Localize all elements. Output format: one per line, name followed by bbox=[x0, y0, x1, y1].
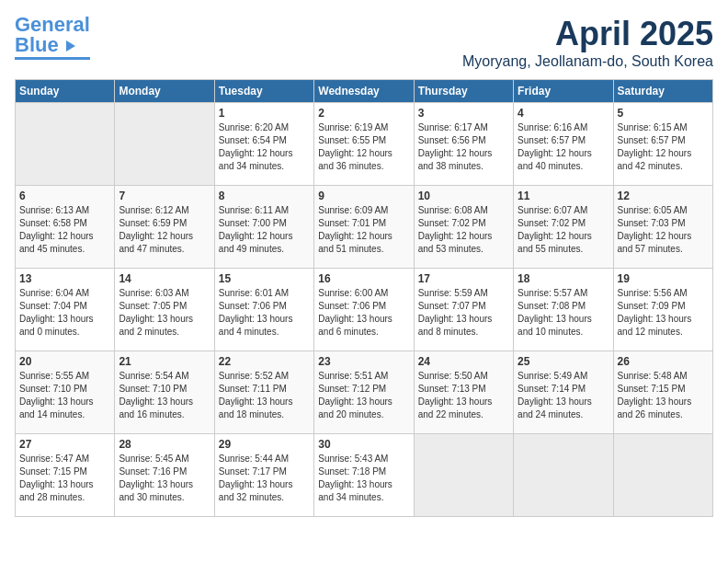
week-row-1: 6Sunrise: 6:13 AM Sunset: 6:58 PM Daylig… bbox=[16, 186, 713, 269]
calendar-cell: 12Sunrise: 6:05 AM Sunset: 7:03 PM Dayli… bbox=[613, 186, 712, 269]
day-info: Sunrise: 6:01 AM Sunset: 7:06 PM Dayligh… bbox=[219, 287, 310, 339]
day-info: Sunrise: 5:48 AM Sunset: 7:15 PM Dayligh… bbox=[618, 370, 709, 421]
week-row-2: 13Sunrise: 6:04 AM Sunset: 7:04 PM Dayli… bbox=[16, 269, 713, 351]
day-number: 23 bbox=[318, 355, 409, 368]
day-info: Sunrise: 5:56 AM Sunset: 7:09 PM Dayligh… bbox=[618, 287, 709, 339]
day-number: 6 bbox=[19, 190, 110, 202]
day-info: Sunrise: 6:17 AM Sunset: 6:56 PM Dayligh… bbox=[418, 121, 509, 173]
logo-underline bbox=[15, 57, 90, 60]
weekday-tuesday: Tuesday bbox=[214, 80, 313, 103]
day-number: 15 bbox=[219, 272, 310, 285]
day-info: Sunrise: 5:59 AM Sunset: 7:07 PM Dayligh… bbox=[418, 287, 509, 339]
day-info: Sunrise: 5:51 AM Sunset: 7:12 PM Dayligh… bbox=[318, 370, 409, 421]
weekday-friday: Friday bbox=[514, 80, 613, 103]
day-number: 21 bbox=[119, 355, 210, 368]
calendar-cell: 15Sunrise: 6:01 AM Sunset: 7:06 PM Dayli… bbox=[214, 269, 313, 351]
calendar-cell: 30Sunrise: 5:43 AM Sunset: 7:18 PM Dayli… bbox=[314, 434, 414, 517]
page-header: General Blue April 2025 Myoryang, Jeolla… bbox=[15, 15, 713, 70]
calendar-cell: 6Sunrise: 6:13 AM Sunset: 6:58 PM Daylig… bbox=[16, 186, 115, 269]
day-number: 12 bbox=[618, 190, 709, 202]
day-info: Sunrise: 5:47 AM Sunset: 7:15 PM Dayligh… bbox=[19, 453, 110, 504]
calendar-cell: 17Sunrise: 5:59 AM Sunset: 7:07 PM Dayli… bbox=[414, 269, 513, 351]
calendar-cell: 1Sunrise: 6:20 AM Sunset: 6:54 PM Daylig… bbox=[214, 103, 313, 186]
calendar-cell bbox=[514, 434, 613, 517]
day-number: 14 bbox=[119, 272, 210, 285]
day-info: Sunrise: 5:55 AM Sunset: 7:10 PM Dayligh… bbox=[19, 370, 110, 421]
calendar-cell: 7Sunrise: 6:12 AM Sunset: 6:59 PM Daylig… bbox=[115, 186, 214, 269]
day-number: 17 bbox=[418, 272, 509, 285]
calendar-cell: 19Sunrise: 5:56 AM Sunset: 7:09 PM Dayli… bbox=[613, 269, 712, 351]
calendar-cell: 11Sunrise: 6:07 AM Sunset: 7:02 PM Dayli… bbox=[514, 186, 613, 269]
day-number: 11 bbox=[518, 190, 609, 202]
calendar-cell bbox=[115, 103, 214, 186]
calendar-title: April 2025 bbox=[462, 15, 713, 53]
calendar-cell bbox=[414, 434, 513, 517]
calendar-cell: 16Sunrise: 6:00 AM Sunset: 7:06 PM Dayli… bbox=[314, 269, 414, 351]
calendar-cell: 28Sunrise: 5:45 AM Sunset: 7:16 PM Dayli… bbox=[115, 434, 214, 517]
weekday-header-row: SundayMondayTuesdayWednesdayThursdayFrid… bbox=[16, 80, 713, 103]
day-number: 26 bbox=[618, 355, 709, 368]
calendar-cell bbox=[16, 103, 115, 186]
day-number: 13 bbox=[19, 272, 110, 285]
day-number: 27 bbox=[19, 438, 110, 451]
day-info: Sunrise: 6:00 AM Sunset: 7:06 PM Dayligh… bbox=[318, 287, 409, 339]
day-number: 10 bbox=[418, 190, 509, 202]
day-info: Sunrise: 5:43 AM Sunset: 7:18 PM Dayligh… bbox=[318, 453, 409, 504]
day-info: Sunrise: 5:49 AM Sunset: 7:14 PM Dayligh… bbox=[518, 370, 609, 421]
weekday-wednesday: Wednesday bbox=[314, 80, 414, 103]
day-info: Sunrise: 5:50 AM Sunset: 7:13 PM Dayligh… bbox=[418, 370, 509, 421]
calendar-cell bbox=[613, 434, 712, 517]
calendar-body: 1Sunrise: 6:20 AM Sunset: 6:54 PM Daylig… bbox=[16, 103, 713, 517]
weekday-monday: Monday bbox=[115, 80, 214, 103]
calendar-cell: 13Sunrise: 6:04 AM Sunset: 7:04 PM Dayli… bbox=[16, 269, 115, 351]
weekday-sunday: Sunday bbox=[16, 80, 115, 103]
calendar-cell: 18Sunrise: 5:57 AM Sunset: 7:08 PM Dayli… bbox=[514, 269, 613, 351]
day-number: 2 bbox=[318, 107, 409, 120]
day-info: Sunrise: 6:20 AM Sunset: 6:54 PM Dayligh… bbox=[219, 121, 310, 173]
day-number: 1 bbox=[219, 107, 310, 120]
calendar-cell: 2Sunrise: 6:19 AM Sunset: 6:55 PM Daylig… bbox=[314, 103, 414, 186]
day-number: 19 bbox=[618, 272, 709, 285]
calendar-cell: 10Sunrise: 6:08 AM Sunset: 7:02 PM Dayli… bbox=[414, 186, 513, 269]
calendar-cell: 14Sunrise: 6:03 AM Sunset: 7:05 PM Dayli… bbox=[115, 269, 214, 351]
logo-arrow-icon bbox=[66, 40, 75, 52]
day-info: Sunrise: 6:12 AM Sunset: 6:59 PM Dayligh… bbox=[119, 204, 210, 256]
day-number: 29 bbox=[219, 438, 310, 451]
day-info: Sunrise: 6:19 AM Sunset: 6:55 PM Dayligh… bbox=[318, 121, 409, 173]
day-number: 24 bbox=[418, 355, 509, 368]
title-block: April 2025 Myoryang, Jeollanam-do, South… bbox=[462, 15, 713, 70]
logo: General Blue bbox=[15, 15, 90, 60]
day-number: 5 bbox=[618, 107, 709, 120]
week-row-4: 27Sunrise: 5:47 AM Sunset: 7:15 PM Dayli… bbox=[16, 434, 713, 517]
week-row-3: 20Sunrise: 5:55 AM Sunset: 7:10 PM Dayli… bbox=[16, 351, 713, 434]
calendar-cell: 4Sunrise: 6:16 AM Sunset: 6:57 PM Daylig… bbox=[514, 103, 613, 186]
calendar-cell: 21Sunrise: 5:54 AM Sunset: 7:10 PM Dayli… bbox=[115, 351, 214, 434]
day-info: Sunrise: 6:08 AM Sunset: 7:02 PM Dayligh… bbox=[418, 204, 509, 256]
day-info: Sunrise: 6:07 AM Sunset: 7:02 PM Dayligh… bbox=[518, 204, 609, 256]
calendar-cell: 3Sunrise: 6:17 AM Sunset: 6:56 PM Daylig… bbox=[414, 103, 513, 186]
day-info: Sunrise: 6:03 AM Sunset: 7:05 PM Dayligh… bbox=[119, 287, 210, 339]
calendar-cell: 9Sunrise: 6:09 AM Sunset: 7:01 PM Daylig… bbox=[314, 186, 414, 269]
day-info: Sunrise: 5:54 AM Sunset: 7:10 PM Dayligh… bbox=[119, 370, 210, 421]
calendar-cell: 20Sunrise: 5:55 AM Sunset: 7:10 PM Dayli… bbox=[16, 351, 115, 434]
day-number: 16 bbox=[318, 272, 409, 285]
calendar-cell: 29Sunrise: 5:44 AM Sunset: 7:17 PM Dayli… bbox=[214, 434, 313, 517]
day-number: 4 bbox=[518, 107, 609, 120]
calendar-subtitle: Myoryang, Jeollanam-do, South Korea bbox=[462, 53, 713, 70]
day-number: 30 bbox=[318, 438, 409, 451]
day-info: Sunrise: 6:05 AM Sunset: 7:03 PM Dayligh… bbox=[618, 204, 709, 256]
calendar-cell: 23Sunrise: 5:51 AM Sunset: 7:12 PM Dayli… bbox=[314, 351, 414, 434]
day-info: Sunrise: 5:44 AM Sunset: 7:17 PM Dayligh… bbox=[219, 453, 310, 504]
day-number: 3 bbox=[418, 107, 509, 120]
day-number: 18 bbox=[518, 272, 609, 285]
calendar-cell: 22Sunrise: 5:52 AM Sunset: 7:11 PM Dayli… bbox=[214, 351, 313, 434]
day-info: Sunrise: 6:11 AM Sunset: 7:00 PM Dayligh… bbox=[219, 204, 310, 256]
logo-text: General Blue bbox=[15, 15, 90, 55]
week-row-0: 1Sunrise: 6:20 AM Sunset: 6:54 PM Daylig… bbox=[16, 103, 713, 186]
day-info: Sunrise: 6:13 AM Sunset: 6:58 PM Dayligh… bbox=[19, 204, 110, 256]
day-number: 20 bbox=[19, 355, 110, 368]
calendar-table: SundayMondayTuesdayWednesdayThursdayFrid… bbox=[15, 79, 713, 517]
calendar-cell: 27Sunrise: 5:47 AM Sunset: 7:15 PM Dayli… bbox=[16, 434, 115, 517]
day-number: 28 bbox=[119, 438, 210, 451]
day-info: Sunrise: 5:45 AM Sunset: 7:16 PM Dayligh… bbox=[119, 453, 210, 504]
